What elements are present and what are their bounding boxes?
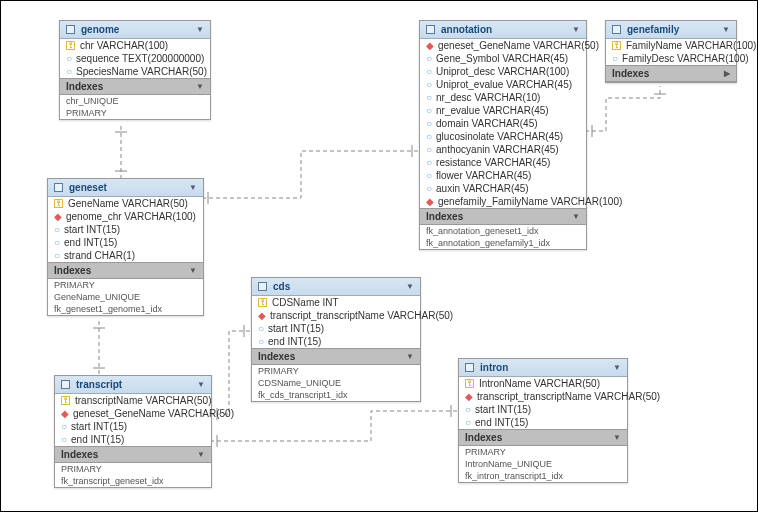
index-row[interactable]: PRIMARY bbox=[459, 446, 627, 458]
columns-section: ⚿IntronName VARCHAR(50)◆transcript_trans… bbox=[459, 377, 627, 429]
index-row[interactable]: PRIMARY bbox=[55, 463, 211, 475]
entity-header[interactable]: cds▼ bbox=[252, 278, 420, 296]
indexes-label: Indexes bbox=[612, 68, 649, 79]
column-text: end INT(15) bbox=[64, 237, 117, 248]
entity-header[interactable]: annotation▼ bbox=[420, 21, 586, 39]
index-row[interactable]: CDSName_UNIQUE bbox=[252, 377, 420, 389]
indexes-header[interactable]: Indexes▼ bbox=[48, 262, 203, 279]
circle-icon: ○ bbox=[258, 323, 264, 334]
column-row[interactable]: ○sequence TEXT(200000000) bbox=[60, 52, 210, 65]
column-row[interactable]: ⚿CDSName INT bbox=[252, 296, 420, 309]
indexes-header[interactable]: Indexes▼ bbox=[459, 429, 627, 446]
column-text: sequence TEXT(200000000) bbox=[76, 53, 204, 64]
column-text: nr_desc VARCHAR(10) bbox=[436, 92, 540, 103]
column-row[interactable]: ⚿GeneName VARCHAR(50) bbox=[48, 197, 203, 210]
column-row[interactable]: ◆genome_chr VARCHAR(100) bbox=[48, 210, 203, 223]
entity-header[interactable]: intron▼ bbox=[459, 359, 627, 377]
entity-annotation[interactable]: annotation▼ ◆geneset_GeneName VARCHAR(50… bbox=[419, 20, 587, 250]
column-row[interactable]: ◆genefamily_FamilyName VARCHAR(100) bbox=[420, 195, 586, 208]
entity-header[interactable]: genefamily▼ bbox=[606, 21, 736, 39]
column-row[interactable]: ⚿IntronName VARCHAR(50) bbox=[459, 377, 627, 390]
circle-icon: ○ bbox=[426, 53, 432, 64]
column-row[interactable]: ○start INT(15) bbox=[459, 403, 627, 416]
index-row[interactable]: fk_annotation_geneset1_idx bbox=[420, 225, 586, 237]
column-row[interactable]: ○anthocyanin VARCHAR(45) bbox=[420, 143, 586, 156]
column-row[interactable]: ⚿transcriptName VARCHAR(50) bbox=[55, 394, 211, 407]
chevron-right-icon: ▶ bbox=[724, 69, 730, 78]
entity-transcript[interactable]: transcript▼ ⚿transcriptName VARCHAR(50)◆… bbox=[54, 375, 212, 488]
column-row[interactable]: ◆geneset_GeneName VARCHAR(50) bbox=[420, 39, 586, 52]
indexes-header[interactable]: Indexes▼ bbox=[420, 208, 586, 225]
key-icon: ⚿ bbox=[258, 297, 268, 308]
table-icon bbox=[612, 25, 621, 34]
indexes-header[interactable]: Indexes▼ bbox=[60, 78, 210, 95]
indexes-header[interactable]: Indexes▶ bbox=[606, 65, 736, 82]
circle-icon: ○ bbox=[426, 131, 432, 142]
column-row[interactable]: ○end INT(15) bbox=[252, 335, 420, 348]
index-row[interactable]: GeneName_UNIQUE bbox=[48, 291, 203, 303]
index-row[interactable]: PRIMARY bbox=[252, 365, 420, 377]
column-row[interactable]: ○resistance VARCHAR(45) bbox=[420, 156, 586, 169]
indexes-section: PRIMARYGeneName_UNIQUEfk_geneset1_genome… bbox=[48, 279, 203, 315]
index-row[interactable]: fk_transcript_geneset_idx bbox=[55, 475, 211, 487]
index-text: GeneName_UNIQUE bbox=[54, 292, 140, 302]
column-row[interactable]: ○strand CHAR(1) bbox=[48, 249, 203, 262]
column-text: CDSName INT bbox=[272, 297, 339, 308]
circle-icon: ○ bbox=[66, 53, 72, 64]
table-icon bbox=[258, 282, 267, 291]
column-row[interactable]: ○domain VARCHAR(45) bbox=[420, 117, 586, 130]
index-row[interactable]: fk_annotation_genefamily1_idx bbox=[420, 237, 586, 249]
index-text: PRIMARY bbox=[258, 366, 299, 376]
entity-header[interactable]: geneset▼ bbox=[48, 179, 203, 197]
entity-genome[interactable]: genome▼ ⚿chr VARCHAR(100)○sequence TEXT(… bbox=[59, 20, 211, 120]
index-row[interactable]: fk_geneset1_genome1_idx bbox=[48, 303, 203, 315]
index-row[interactable]: fk_intron_transcript1_idx bbox=[459, 470, 627, 482]
entity-genefamily[interactable]: genefamily▼ ⚿FamilyName VARCHAR(100)○Fam… bbox=[605, 20, 737, 83]
entity-geneset[interactable]: geneset▼ ⚿GeneName VARCHAR(50)◆genome_ch… bbox=[47, 178, 204, 316]
chevron-down-icon: ▼ bbox=[197, 380, 205, 389]
circle-icon: ○ bbox=[426, 170, 432, 181]
column-row[interactable]: ◆geneset_GeneName VARCHAR(50) bbox=[55, 407, 211, 420]
column-row[interactable]: ◆transcript_transcriptName VARCHAR(50) bbox=[459, 390, 627, 403]
column-row[interactable]: ○FamilyDesc VARCHAR(100) bbox=[606, 52, 736, 65]
column-row[interactable]: ○start INT(15) bbox=[252, 322, 420, 335]
column-row[interactable]: ○end INT(15) bbox=[459, 416, 627, 429]
indexes-header[interactable]: Indexes▼ bbox=[252, 348, 420, 365]
key-icon: ⚿ bbox=[66, 40, 76, 51]
column-row[interactable]: ○Uniprot_evalue VARCHAR(45) bbox=[420, 78, 586, 91]
circle-icon: ○ bbox=[465, 417, 471, 428]
column-row[interactable]: ○glucosinolate VARCHAR(45) bbox=[420, 130, 586, 143]
index-row[interactable]: PRIMARY bbox=[48, 279, 203, 291]
indexes-header[interactable]: Indexes▼ bbox=[55, 446, 211, 463]
circle-icon: ○ bbox=[426, 144, 432, 155]
column-row[interactable]: ○nr_desc VARCHAR(10) bbox=[420, 91, 586, 104]
entity-intron[interactable]: intron▼ ⚿IntronName VARCHAR(50)◆transcri… bbox=[458, 358, 628, 483]
column-row[interactable]: ⚿chr VARCHAR(100) bbox=[60, 39, 210, 52]
index-row[interactable]: chr_UNIQUE bbox=[60, 95, 210, 107]
entity-header[interactable]: genome▼ bbox=[60, 21, 210, 39]
column-row[interactable]: ○end INT(15) bbox=[48, 236, 203, 249]
index-text: PRIMARY bbox=[465, 447, 506, 457]
column-row[interactable]: ○Uniprot_desc VARCHAR(100) bbox=[420, 65, 586, 78]
index-row[interactable]: IntronName_UNIQUE bbox=[459, 458, 627, 470]
index-row[interactable]: fk_cds_transcript1_idx bbox=[252, 389, 420, 401]
column-row[interactable]: ⚿FamilyName VARCHAR(100) bbox=[606, 39, 736, 52]
column-row[interactable]: ○auxin VARCHAR(45) bbox=[420, 182, 586, 195]
column-text: FamilyDesc VARCHAR(100) bbox=[622, 53, 749, 64]
key-icon: ⚿ bbox=[54, 198, 64, 209]
column-row[interactable]: ◆transcript_transcriptName VARCHAR(50) bbox=[252, 309, 420, 322]
index-row[interactable]: PRIMARY bbox=[60, 107, 210, 119]
column-row[interactable]: ○start INT(15) bbox=[55, 420, 211, 433]
indexes-section: fk_annotation_geneset1_idxfk_annotation_… bbox=[420, 225, 586, 249]
column-row[interactable]: ○SpeciesName VARCHAR(50) bbox=[60, 65, 210, 78]
column-row[interactable]: ○end INT(15) bbox=[55, 433, 211, 446]
entity-header[interactable]: transcript▼ bbox=[55, 376, 211, 394]
circle-icon: ○ bbox=[426, 66, 432, 77]
column-text: GeneName VARCHAR(50) bbox=[68, 198, 188, 209]
column-row[interactable]: ○flower VARCHAR(45) bbox=[420, 169, 586, 182]
entity-cds[interactable]: cds▼ ⚿CDSName INT◆transcript_transcriptN… bbox=[251, 277, 421, 402]
column-row[interactable]: ○start INT(15) bbox=[48, 223, 203, 236]
indexes-label: Indexes bbox=[426, 211, 463, 222]
column-row[interactable]: ○nr_evalue VARCHAR(45) bbox=[420, 104, 586, 117]
column-row[interactable]: ○Gene_Symbol VARCHAR(45) bbox=[420, 52, 586, 65]
